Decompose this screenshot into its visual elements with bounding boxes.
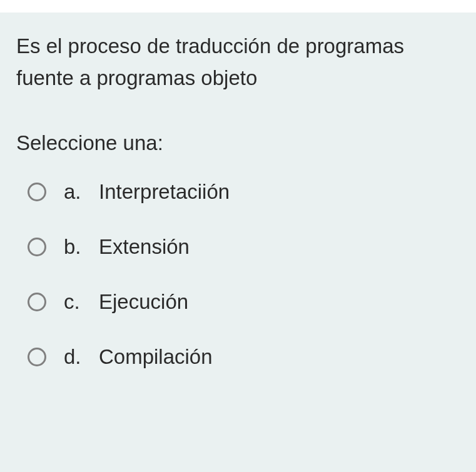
option-text: Compilación	[99, 345, 213, 369]
option-text: Interpretaciión	[99, 180, 230, 204]
prompt-text: Seleccione una:	[16, 131, 460, 155]
option-letter: b.	[64, 235, 99, 259]
option-row: b. Extensión	[28, 235, 460, 259]
option-row: d. Compilación	[28, 345, 460, 369]
option-letter: a.	[64, 180, 99, 204]
radio-button-c[interactable]	[28, 293, 46, 311]
radio-button-d[interactable]	[28, 348, 46, 366]
option-letter: d.	[64, 345, 99, 369]
option-letter: c.	[64, 290, 99, 314]
question-container: Es el proceso de traducción de programas…	[0, 13, 476, 472]
radio-button-b[interactable]	[28, 238, 46, 256]
option-row: c. Ejecución	[28, 290, 460, 314]
options-list: a. Interpretaciión b. Extensión c. Ejecu…	[16, 180, 460, 369]
question-text: Es el proceso de traducción de programas…	[16, 30, 460, 94]
radio-button-a[interactable]	[28, 183, 46, 201]
option-text: Ejecución	[99, 290, 188, 314]
option-row: a. Interpretaciión	[28, 180, 460, 204]
option-text: Extensión	[99, 235, 190, 259]
